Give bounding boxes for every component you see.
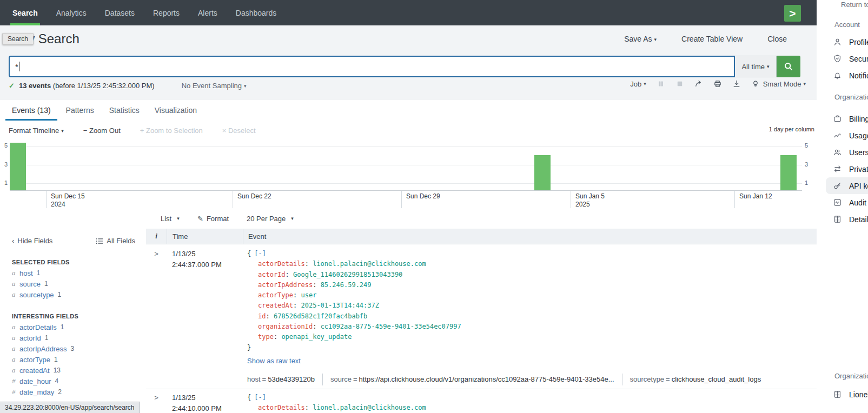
events-timeline-chart[interactable]: 5 3 1 5 3 1 Sun Dec 152024 Sun Dec 22 Su…: [0, 140, 817, 208]
x-axis-label: Sun Dec 29: [401, 191, 440, 209]
meta-host[interactable]: host=53de4339120b: [247, 374, 322, 385]
menu-item-profile[interactable]: Profile: [817, 34, 868, 50]
event-sampling-dropdown[interactable]: No Event Sampling▾: [182, 82, 247, 90]
field-source[interactable]: asource1: [0, 278, 146, 289]
zoom-out-button[interactable]: − Zoom Out: [83, 126, 121, 135]
format-results-button[interactable]: ✎Format: [197, 208, 229, 229]
collapse-json-button[interactable]: [-]: [254, 250, 266, 257]
json-pair[interactable]: actorDetails: lionel.palacin@clickhouse.…: [247, 403, 817, 413]
chevron-down-icon: ▾: [767, 64, 770, 69]
tab-statistics[interactable]: Statistics: [102, 100, 147, 121]
show-raw-text-link[interactable]: Show as raw text: [247, 356, 301, 366]
json-pair[interactable]: actorType: user: [247, 290, 817, 301]
swap-arrows-icon: [833, 164, 842, 174]
json-pair[interactable]: actorIpAddress: 85.246.59.249: [247, 280, 817, 290]
per-page-dropdown[interactable]: 20 Per Page▾: [247, 208, 294, 229]
header-actions: Save As▾ Create Table View Close: [624, 35, 787, 43]
menu-item-billing[interactable]: Billing: [817, 110, 868, 127]
y-tick-label: 3: [1, 161, 8, 168]
nav-item-analytics[interactable]: Analytics: [47, 0, 96, 25]
nav-item-datasets[interactable]: Datasets: [96, 0, 144, 25]
app-navbar: Search Analytics Datasets Reports Alerts…: [0, 0, 820, 25]
menu-item-users[interactable]: Users: [817, 144, 868, 161]
export-button[interactable]: [732, 79, 741, 88]
all-fields-button[interactable]: All Fields: [96, 237, 135, 245]
field-sourcetype[interactable]: asourcetype1: [0, 289, 146, 300]
close-button[interactable]: Close: [767, 35, 787, 43]
return-to-link[interactable]: Return to: [841, 1, 868, 9]
chevron-down-icon: ▾: [244, 83, 247, 89]
field-host[interactable]: ahost1: [0, 268, 146, 278]
hide-fields-button[interactable]: ‹Hide Fields: [12, 237, 52, 245]
tab-visualization[interactable]: Visualization: [147, 100, 204, 121]
splunk-logo-icon[interactable]: >: [784, 5, 801, 22]
download-icon: [732, 79, 741, 88]
menu-item-audit[interactable]: Audit: [817, 194, 868, 211]
fields-sidebar: ‹Hide Fields All Fields SELECTED FIELDS …: [0, 229, 147, 413]
building-icon: [833, 390, 842, 399]
json-pair[interactable]: actorDetails: lionel.palacin@clickhouse.…: [247, 259, 817, 269]
deselect-button[interactable]: × Deselect: [222, 126, 256, 135]
menu-item-api-keys[interactable]: API keys: [826, 177, 868, 194]
json-pair[interactable]: id: 678526d582c1f20fac4babfb: [247, 311, 817, 322]
format-timeline-dropdown[interactable]: Format Timeline▾: [9, 126, 64, 135]
search-submit-button[interactable]: [777, 56, 800, 77]
text-cursor: [19, 62, 19, 71]
event-count-detail: (before 1/13/25 2:45:32.000 PM): [53, 82, 155, 90]
zoom-to-selection-button[interactable]: + Zoom to Selection: [140, 126, 203, 135]
pause-job-button[interactable]: [657, 79, 665, 88]
field-actorIpAddress[interactable]: aactorIpAddress3: [0, 343, 146, 354]
json-pair[interactable]: organizationId: cc1092aa-8775-459e-9401-…: [247, 322, 817, 332]
menu-item-usage[interactable]: Usage: [817, 127, 868, 144]
nav-item-dashboards[interactable]: Dashboards: [227, 0, 286, 25]
save-as-button[interactable]: Save As▾: [624, 35, 657, 43]
field-actorId[interactable]: aactorId1: [0, 332, 146, 343]
meta-sourcetype[interactable]: sourcetype=clickhouse_cloud_audit_logs: [622, 374, 769, 385]
tab-events[interactable]: Events (13): [4, 100, 58, 121]
tab-patterns[interactable]: Patterns: [58, 100, 102, 121]
menu-item-private-endpoints[interactable]: Private: [817, 161, 868, 177]
json-pair[interactable]: createdAt: 2025-01-13T14:44:37Z: [247, 301, 817, 311]
selected-fields-title: SELECTED FIELDS: [0, 245, 146, 268]
field-actorDetails[interactable]: aactorDetails1: [0, 322, 146, 332]
user-icon: [833, 37, 842, 46]
chevron-down-icon: ▾: [61, 128, 64, 134]
field-createdAt[interactable]: acreatedAt13: [0, 365, 146, 376]
meta-source[interactable]: source=https://api.clickhouse.cloud/v1/o…: [322, 374, 622, 385]
print-button[interactable]: [713, 79, 722, 88]
json-pair[interactable]: actorId: Google_114602629918513043390: [247, 270, 817, 280]
field-type-glyph: a: [12, 366, 19, 375]
pause-icon: [657, 79, 665, 88]
json-pair[interactable]: type: openapi_key_update: [247, 332, 817, 342]
field-date_mday[interactable]: #date_mday2: [0, 387, 146, 397]
field-actorType[interactable]: aactorType1: [0, 354, 146, 365]
list-view-dropdown[interactable]: List▾: [161, 208, 180, 229]
share-job-button[interactable]: [694, 79, 703, 88]
print-icon: [713, 79, 722, 88]
menu-item-notifications[interactable]: Notifications: [817, 67, 868, 84]
search-input[interactable]: *: [9, 56, 735, 77]
smart-mode-dropdown[interactable]: Smart Mode▾: [751, 79, 806, 88]
job-menu[interactable]: Job▾: [630, 80, 646, 88]
nav-item-reports[interactable]: Reports: [144, 0, 189, 25]
create-table-view-button[interactable]: Create Table View: [681, 35, 743, 43]
menu-item-current-organization[interactable]: Lionel: [817, 386, 868, 403]
nav-item-alerts[interactable]: Alerts: [189, 0, 227, 25]
chevron-down-icon: ▾: [291, 216, 294, 221]
expand-event-button[interactable]: >: [146, 249, 167, 385]
field-date_hour[interactable]: #date_hour4: [0, 376, 146, 387]
nav-item-search[interactable]: Search: [3, 0, 47, 25]
audit-activity-icon: [833, 198, 842, 207]
event-timestamp: 1/13/252:44:37.000 PM: [167, 249, 242, 385]
timeline-bar: [780, 155, 797, 190]
organization-menu: Billing Usage Users Private API keys Aud…: [817, 110, 868, 228]
menu-item-details[interactable]: Details: [817, 211, 868, 228]
time-range-picker[interactable]: All time▾: [735, 56, 777, 77]
menu-item-security[interactable]: Security: [817, 50, 868, 67]
expand-event-button[interactable]: >: [146, 392, 167, 413]
timeline-bar: [534, 155, 551, 190]
collapse-json-button[interactable]: [-]: [254, 394, 266, 401]
stop-job-button[interactable]: [675, 79, 684, 88]
key-icon: [833, 181, 842, 190]
timeline-controls: Format Timeline▾ − Zoom Out + Zoom to Se…: [0, 121, 825, 140]
